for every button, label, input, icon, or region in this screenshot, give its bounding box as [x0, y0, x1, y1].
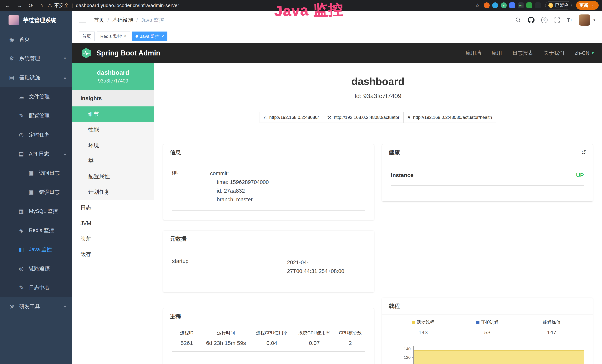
- sba-menu-config-props[interactable]: 配置属性: [72, 169, 154, 184]
- health-card-title: 健康: [389, 149, 400, 156]
- help-icon[interactable]: ?: [541, 17, 548, 23]
- fox-extension-icon[interactable]: [484, 2, 490, 8]
- sba-nav-applications[interactable]: 应用: [492, 50, 502, 57]
- sba-menu-mappings[interactable]: 映射: [72, 231, 154, 247]
- site-security-chip[interactable]: ⚠ 不安全: [48, 2, 69, 9]
- sba-menu-details[interactable]: 细节: [72, 107, 154, 122]
- sba-menu-jvm[interactable]: JVM: [72, 215, 154, 231]
- doc-edit-icon: ▣: [27, 189, 35, 195]
- home-icon[interactable]: ⌂: [40, 2, 43, 9]
- close-icon[interactable]: ×: [161, 34, 164, 39]
- sidebar-item-log-center[interactable]: ✎日志中心: [0, 278, 72, 297]
- cards-right-column: 健康 ↺ Instance UP 线程: [382, 144, 593, 364]
- metadata-card-title: 元数据: [170, 235, 186, 243]
- sba-section-insights[interactable]: Insights: [72, 90, 154, 107]
- sidebar-item-config-management[interactable]: ✎配置管理: [0, 106, 72, 125]
- github-icon[interactable]: [528, 17, 535, 23]
- sba-menu-metrics[interactable]: 性能: [72, 122, 154, 138]
- active-tab-dot: [136, 35, 138, 38]
- fullscreen-icon[interactable]: [554, 17, 560, 23]
- sba-nav-wallboard[interactable]: 应用墙: [466, 50, 481, 57]
- toolbox-icon: ⚒: [8, 304, 16, 310]
- sba-instance-header[interactable]: dashboard 93a3fc7f7409: [72, 63, 154, 90]
- sidebar-item-error-logs[interactable]: ▣错误日志: [0, 182, 72, 202]
- sba-menu-classes[interactable]: 类: [72, 153, 154, 169]
- spring-boot-admin-logo-icon[interactable]: [80, 47, 92, 59]
- drop-extension-icon[interactable]: [492, 2, 498, 8]
- sidebar-item-java-monitor[interactable]: ◧Java 监控: [0, 240, 72, 259]
- bookmark-star-icon[interactable]: ☆: [475, 2, 480, 9]
- sidebar-item-mysql-monitor[interactable]: ▦MySQL 监控: [0, 202, 72, 221]
- home-endpoint-icon: ⌂: [264, 115, 267, 120]
- sidebar-item-infrastructure[interactable]: ▤基础设施▴: [0, 68, 72, 87]
- sidebar-item-system-management[interactable]: ⚙系统管理▾: [0, 49, 72, 68]
- endpoint-link[interactable]: ⌂http://192.168.0.2:48080/: [259, 112, 323, 123]
- sba-sidebar: dashboard 93a3fc7f7409 Insights 细节性能环境类配…: [72, 63, 154, 364]
- process-value: 5261: [172, 340, 202, 346]
- kebab-menu-icon[interactable]: ⋮: [591, 3, 595, 8]
- browser-toolbar-right: ☆ Von 已暂停 更新 ⋮: [475, 1, 602, 10]
- close-icon[interactable]: ×: [124, 34, 126, 39]
- health-row-instance[interactable]: Instance UP: [391, 165, 584, 186]
- sba-menu-caches[interactable]: 缓存: [72, 247, 154, 262]
- address-bar-url[interactable]: dashboard.yudao.iocoder.cn/infra/admin-s…: [76, 3, 179, 8]
- url-separator: |: [72, 3, 73, 8]
- tab-home[interactable]: 首页: [79, 32, 95, 41]
- sidebar-item-file-management[interactable]: ☁文件管理: [0, 87, 72, 106]
- threads-legend: 活动线程143守护进程53线程峰值147: [391, 319, 584, 336]
- avatar-caret-icon[interactable]: ▾: [593, 18, 595, 22]
- endpoint-link[interactable]: ⚒http://192.168.0.2:48080/actuator: [323, 112, 404, 123]
- sidebar-item-dev-tools[interactable]: ⚒研发工具▾: [0, 297, 72, 316]
- extensions-puzzle-icon[interactable]: [535, 2, 541, 8]
- sba-brand-title[interactable]: Spring Boot Admin: [97, 49, 160, 57]
- cloud-icon: ☁: [17, 94, 25, 100]
- y-tick-mark: [412, 357, 414, 358]
- sidebar-item-home[interactable]: ◉首页: [0, 30, 72, 49]
- paused-chip[interactable]: 已暂停: [545, 1, 572, 10]
- tab-java-monitor[interactable]: Java 监控×: [132, 32, 167, 41]
- sidebar-item-api-logs[interactable]: ▤API 日志▴: [0, 144, 72, 163]
- endpoint-link[interactable]: ♥http://192.168.0.2:48080/actuator/healt…: [404, 112, 496, 123]
- info-row-value: commit:time: 1596289704000id: 27aa832bra…: [210, 169, 269, 204]
- sba-navbar: Spring Boot Admin 应用墙应用日志报表关于我们 zh-CN ▾: [72, 43, 602, 63]
- sba-nav-about[interactable]: 关于我们: [544, 50, 564, 57]
- back-icon[interactable]: ←: [5, 2, 10, 9]
- refresh-icon[interactable]: ⟳: [29, 2, 33, 9]
- info-card-title: 信息: [170, 149, 181, 156]
- sba-menu-environment[interactable]: 环境: [72, 138, 154, 153]
- user-avatar[interactable]: [579, 14, 590, 26]
- eye-icon: ◎: [17, 265, 25, 272]
- timer-icon: ◷: [17, 132, 25, 138]
- switch-on-extension-icon[interactable]: on: [518, 2, 524, 8]
- leaf-extension-icon[interactable]: [526, 2, 532, 8]
- sidebar-item-scheduled-tasks[interactable]: ◷定时任务: [0, 125, 72, 144]
- breadcrumb-infrastructure[interactable]: 基础设施: [112, 17, 133, 23]
- vue-devtools-extension-icon[interactable]: V: [501, 2, 507, 8]
- doc-edit-icon: ▣: [27, 170, 35, 176]
- sidebar-item-redis-monitor[interactable]: ◈Redis 监控: [0, 221, 72, 240]
- forward-icon[interactable]: →: [17, 2, 22, 9]
- sba-nav-journal[interactable]: 日志报表: [512, 50, 533, 57]
- grid-extension-icon[interactable]: [509, 2, 515, 8]
- history-icon[interactable]: ↺: [581, 149, 586, 156]
- sidebar-item-tracing[interactable]: ◎链路追踪: [0, 259, 72, 278]
- process-col-header: 进程CPU使用率: [250, 330, 293, 336]
- sidebar-item-access-logs[interactable]: ▣访问日志: [0, 163, 72, 182]
- hamburger-icon[interactable]: [79, 18, 86, 22]
- sba-menu-logfile[interactable]: 日志: [72, 200, 154, 215]
- search-icon[interactable]: [515, 17, 521, 23]
- tab-redis-monitor[interactable]: Redis 监控×: [97, 32, 130, 41]
- threads-card-title: 线程: [389, 302, 400, 310]
- font-size-icon[interactable]: TT: [567, 17, 572, 23]
- locale-selector[interactable]: zh-CN ▾: [575, 50, 594, 56]
- breadcrumb-home[interactable]: 首页: [94, 17, 104, 23]
- y-tick-mark: [412, 349, 414, 349]
- chrome-update-button[interactable]: 更新 ⋮: [576, 1, 599, 10]
- y-tick-label: 120: [404, 355, 411, 360]
- app-logo-row[interactable]: 芋道管理系统: [0, 11, 72, 30]
- chevron-up-icon: ▴: [64, 151, 66, 156]
- sba-menu-scheduled[interactable]: 计划任务: [72, 184, 154, 200]
- health-endpoint-icon: ♥: [408, 115, 410, 120]
- update-label: 更新: [579, 2, 588, 8]
- app-menu: ◉首页⚙系统管理▾▤基础设施▴☁文件管理✎配置管理◷定时任务▤API 日志▴▣访…: [0, 30, 72, 316]
